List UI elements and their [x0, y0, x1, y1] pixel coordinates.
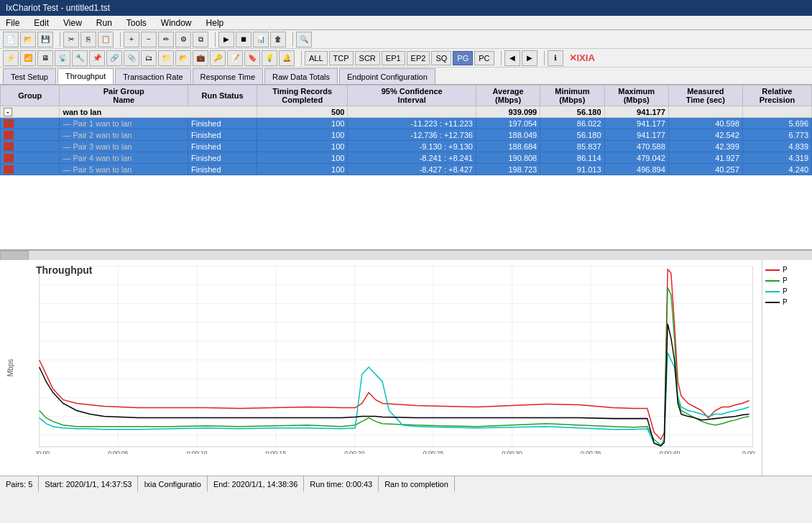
- table-row[interactable]: — Pair 3 wan to lan Finished 100 -9.130 …: [1, 141, 812, 152]
- tab-transaction-rate[interactable]: Transaction Rate: [115, 68, 190, 84]
- menu-edit[interactable]: Edit: [31, 17, 52, 29]
- tb-open[interactable]: 📂: [20, 32, 36, 47]
- tb2-nav1[interactable]: ◀: [504, 50, 520, 66]
- table-row[interactable]: — Pair 4 wan to lan Finished 100 -8.241 …: [1, 152, 812, 164]
- tb-stop[interactable]: ⏹: [236, 32, 252, 47]
- tb-clear[interactable]: 🗑: [270, 32, 286, 47]
- legend-item-3: P: [765, 287, 809, 295]
- filter-pc[interactable]: PC: [474, 51, 494, 65]
- tb-copy[interactable]: ⎘: [80, 32, 96, 47]
- row2-maximum: 941.177: [604, 129, 668, 141]
- row2-icon: [1, 129, 60, 141]
- tb2-5[interactable]: 🔧: [72, 50, 88, 66]
- row1-precision: 5.696: [742, 118, 811, 129]
- tab-throughput[interactable]: Throughput: [57, 68, 114, 84]
- status-bar: Pairs: 5 Start: 2020/1/1, 14:37:53 Ixia …: [0, 476, 812, 491]
- filter-ep1[interactable]: EP1: [382, 51, 405, 65]
- row3-icon: [1, 141, 60, 152]
- tab-area: Test Setup Throughput Transaction Rate R…: [0, 68, 812, 85]
- tb2-3[interactable]: 🖥: [37, 50, 53, 66]
- menu-help[interactable]: Help: [203, 17, 227, 29]
- chart-svg: 994.70 856.00 756.00 656.00 556.00 456.0…: [36, 266, 756, 454]
- menu-view[interactable]: View: [60, 17, 85, 29]
- tb-remove[interactable]: −: [141, 32, 157, 47]
- filter-all[interactable]: ALL: [305, 51, 328, 65]
- table-scrollbar[interactable]: [0, 250, 812, 260]
- tb-edit[interactable]: ✏: [158, 32, 174, 47]
- row4-precision: 4.319: [742, 152, 811, 164]
- tb2-info[interactable]: ℹ: [548, 50, 563, 66]
- results-table: Group Pair GroupName Run Status Timing R…: [0, 85, 812, 175]
- row2-average: 188.049: [476, 129, 540, 141]
- tb2-16[interactable]: 💡: [262, 50, 277, 66]
- table-row[interactable]: — Pair 5 wan to lan Finished 100 -8.427 …: [1, 164, 812, 175]
- filter-scr[interactable]: SCR: [355, 51, 380, 65]
- tab-response-time[interactable]: Response Time: [193, 68, 263, 84]
- row2-arrow: — Pair 2 wan to lan: [60, 129, 188, 141]
- row1-confidence: -11.223 : +11.223: [348, 118, 476, 129]
- tb-cut[interactable]: ✂: [63, 32, 79, 47]
- tb-save[interactable]: 💾: [37, 32, 53, 47]
- menu-tools[interactable]: Tools: [124, 17, 149, 29]
- menu-run[interactable]: Run: [93, 17, 115, 29]
- status-end: End: 2020/1/1, 14:38:36: [208, 476, 304, 491]
- tb2-13[interactable]: 🔑: [210, 50, 226, 66]
- tb-run[interactable]: ▶: [218, 32, 234, 47]
- tb-dup[interactable]: ⧉: [193, 32, 208, 47]
- tb2-7[interactable]: 🔗: [106, 50, 122, 66]
- row2-timing: 100: [257, 129, 348, 141]
- row3-timing: 100: [257, 141, 348, 152]
- toolbar-2: ⚡ 📶 🖥 📡 🔧 📌 🔗 📎 🗂 📁 📂 💼 🔑 📝 🔖 💡 🔔 ALL TC…: [0, 49, 812, 68]
- row4-arrow: — Pair 4 wan to lan: [60, 152, 188, 164]
- row4-minimum: 86.114: [540, 152, 604, 164]
- filter-ep2[interactable]: EP2: [407, 51, 430, 65]
- tb2-sep1: [297, 51, 302, 65]
- tab-endpoint-config[interactable]: Endpoint Configuration: [339, 68, 435, 84]
- tb2-6[interactable]: 📌: [89, 50, 105, 66]
- row5-arrow: — Pair 5 wan to lan: [60, 164, 188, 175]
- row1-average: 197.054: [476, 118, 540, 129]
- row2-precision: 6.773: [742, 129, 811, 141]
- tb-sep2: [116, 32, 121, 47]
- row1-timing: 100: [257, 118, 348, 129]
- tb-zoom[interactable]: 🔍: [296, 32, 312, 47]
- tb2-14[interactable]: 📝: [227, 50, 243, 66]
- tb2-nav2[interactable]: ▶: [522, 50, 538, 66]
- title-bar: IxChariot Test - untitled1.tst: [0, 0, 812, 16]
- row5-minimum: 91.013: [540, 164, 604, 175]
- row5-maximum: 496.894: [604, 164, 668, 175]
- scrollbar-thumb[interactable]: [0, 251, 29, 261]
- tb-add-pair[interactable]: +: [124, 32, 139, 47]
- tb-new[interactable]: 📄: [3, 32, 19, 47]
- filter-pg[interactable]: PG: [453, 51, 473, 65]
- tb2-17[interactable]: 🔔: [279, 50, 295, 66]
- row2-measured: 42.542: [668, 129, 742, 141]
- row3-maximum: 470.588: [604, 141, 668, 152]
- tb2-4[interactable]: 📡: [55, 50, 70, 66]
- menu-file[interactable]: File: [3, 17, 22, 29]
- tb2-1[interactable]: ⚡: [3, 50, 19, 66]
- tb-paste[interactable]: 📋: [98, 32, 114, 47]
- filter-tcp[interactable]: TCP: [329, 51, 354, 65]
- menu-window[interactable]: Window: [158, 17, 195, 29]
- group-expand[interactable]: -: [1, 106, 60, 118]
- tab-raw-data[interactable]: Raw Data Totals: [264, 68, 338, 84]
- chart-area: Throughput Mbps 994.70 856.00 756.00 656…: [0, 260, 812, 476]
- tb2-15[interactable]: 🔖: [244, 50, 260, 66]
- ixia-logo: ✕IXIA: [569, 52, 595, 63]
- table-row[interactable]: — Pair 2 wan to lan Finished 100 -12.736…: [1, 129, 812, 141]
- tb-props[interactable]: ⚙: [175, 32, 191, 47]
- tb-results[interactable]: 📊: [253, 32, 269, 47]
- filter-sq[interactable]: SQ: [431, 51, 451, 65]
- tb2-8[interactable]: 📎: [124, 50, 139, 66]
- legend-color-1: [765, 269, 780, 271]
- tb2-9[interactable]: 🗂: [141, 50, 157, 66]
- tb2-12[interactable]: 💼: [193, 50, 208, 66]
- table-row[interactable]: — Pair 1 wan to lan Finished 100 -11.223…: [1, 118, 812, 129]
- tb2-10[interactable]: 📁: [158, 50, 174, 66]
- tb2-11[interactable]: 📂: [175, 50, 191, 66]
- chart-title: Throughput: [36, 264, 93, 276]
- tb2-2[interactable]: 📶: [20, 50, 36, 66]
- tab-test-setup[interactable]: Test Setup: [3, 68, 56, 84]
- data-table-area: Group Pair GroupName Run Status Timing R…: [0, 85, 812, 250]
